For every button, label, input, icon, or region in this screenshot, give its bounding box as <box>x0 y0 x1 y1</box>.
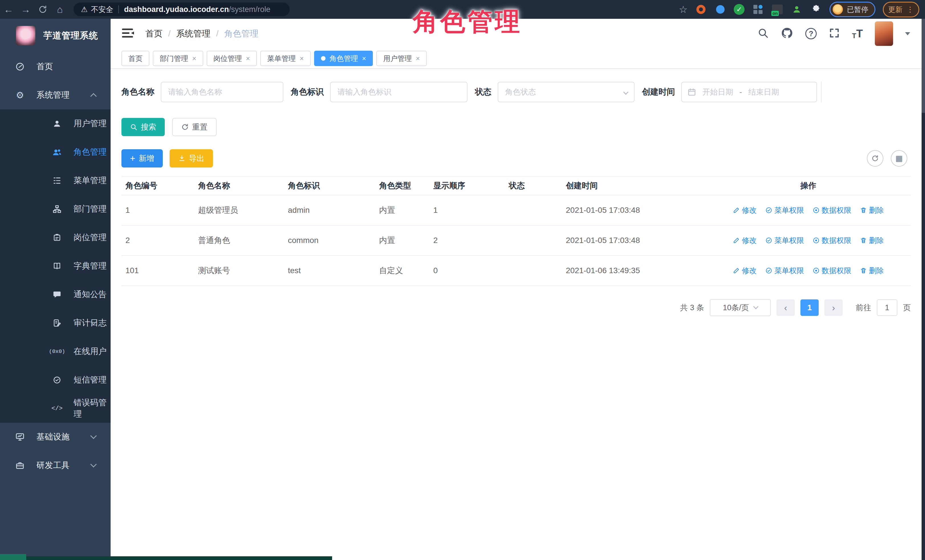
role-key-input[interactable] <box>330 82 467 102</box>
sidebar-item-online-users[interactable]: (0x0) 在线用户 <box>0 337 111 366</box>
sidebar-item-dict[interactable]: 字典管理 <box>0 252 111 280</box>
extension-icon-green-check[interactable]: ✓ <box>734 4 744 15</box>
tab-close-icon[interactable]: × <box>192 54 196 63</box>
search-form: 角色名称 角色标识 状态 角色状态 创建时间 开始日期 - 结束日期 <box>121 81 911 102</box>
sidebar-item-roles[interactable]: 角色管理 <box>0 138 111 166</box>
avatar-caret-icon[interactable] <box>905 32 910 35</box>
tab-departments[interactable]: 部门管理 × <box>153 51 203 66</box>
menu-permission-link[interactable]: 菜单权限 <box>765 266 804 276</box>
menu-permission-link[interactable]: 菜单权限 <box>765 236 804 246</box>
tab-close-icon[interactable]: × <box>362 54 366 63</box>
fullscreen-icon[interactable] <box>829 27 840 40</box>
insecure-label: 不安全 <box>91 5 113 15</box>
add-button[interactable]: + 新增 <box>121 149 163 168</box>
user-avatar[interactable] <box>875 21 893 46</box>
edit-link[interactable]: 修改 <box>733 266 757 276</box>
address-bar[interactable]: ⚠ 不安全 dashboard.yudao.iocoder.cn /system… <box>74 3 289 16</box>
data-permission-link[interactable]: 数据权限 <box>813 206 851 215</box>
cell-role-id: 101 <box>121 266 194 275</box>
menu-permission-link[interactable]: 菜单权限 <box>765 206 804 215</box>
tab-posts[interactable]: 岗位管理 × <box>207 51 257 66</box>
create-time-label: 创建时间 <box>642 86 675 98</box>
sidebar-item-sms[interactable]: 短信管理 <box>0 366 111 394</box>
breadcrumb-home[interactable]: 首页 <box>145 28 163 40</box>
tab-users[interactable]: 用户管理 × <box>376 51 427 66</box>
chat-bubble-icon <box>51 290 63 299</box>
edit-link[interactable]: 修改 <box>733 236 757 246</box>
sidebar-logo[interactable]: 芋道管理系统 <box>0 19 111 53</box>
sidebar-item-users[interactable]: 用户管理 <box>0 110 111 138</box>
tab-roles-active[interactable]: 角色管理 × <box>314 51 373 66</box>
delete-link[interactable]: 删除 <box>860 236 884 246</box>
extension-icon-blue-drop[interactable] <box>714 3 726 15</box>
form-divider <box>821 81 821 102</box>
browser-menu-icon[interactable]: ⋮ <box>907 5 914 14</box>
role-name-input[interactable] <box>161 82 283 102</box>
data-permission-link[interactable]: 数据权限 <box>813 266 851 276</box>
browser-forward-icon[interactable]: → <box>17 1 34 18</box>
next-page-button[interactable]: › <box>824 299 843 316</box>
cell-role-type: 内置 <box>375 235 429 246</box>
sidebar-item-error-codes[interactable]: </> 错误码管理 <box>0 394 111 423</box>
date-range-picker[interactable]: 开始日期 - 结束日期 <box>681 82 817 102</box>
bottom-window-edge <box>0 556 332 560</box>
export-button[interactable]: 导出 <box>170 149 213 168</box>
sidebar-item-menus[interactable]: 菜单管理 <box>0 166 111 195</box>
header-actions: ? TT <box>758 21 910 46</box>
cell-created-time: 2021-01-06 13:49:35 <box>562 266 706 275</box>
sidebar-item-posts[interactable]: 岗位管理 <box>0 223 111 252</box>
tab-home[interactable]: 首页 <box>121 51 149 66</box>
role-name-label: 角色名称 <box>121 86 155 98</box>
browser-profile-chip[interactable]: 已暂停 <box>830 2 875 17</box>
online-user-icon: (0x0) <box>51 348 63 354</box>
column-settings-button[interactable]: ▦ <box>891 150 907 167</box>
extension-icon-orange[interactable] <box>695 3 707 15</box>
cell-role-type: 自定义 <box>375 265 429 276</box>
page-number-1[interactable]: 1 <box>800 299 819 316</box>
goto-page-input[interactable] <box>877 299 897 316</box>
sidebar-item-label: 首页 <box>36 61 53 72</box>
sidebar-item-system[interactable]: ⚙ 系统管理 <box>0 81 111 110</box>
breadcrumb-system[interactable]: 系统管理 <box>176 28 210 40</box>
tab-close-icon[interactable]: × <box>300 54 304 63</box>
tab-menus[interactable]: 菜单管理 × <box>260 51 311 66</box>
page-size-select[interactable]: 10条/页 <box>710 299 771 316</box>
hamburger-icon[interactable] <box>122 28 134 39</box>
column-header: 显示顺序 <box>429 180 505 191</box>
browser-back-icon[interactable]: ← <box>0 1 17 18</box>
sidebar-item-departments[interactable]: 部门管理 <box>0 195 111 223</box>
edit-link[interactable]: 修改 <box>733 206 757 215</box>
sidebar-item-dev-tools[interactable]: 研发工具 <box>0 451 111 480</box>
font-size-icon[interactable]: TT <box>852 28 863 40</box>
tab-close-icon[interactable]: × <box>416 54 420 63</box>
add-button-label: 新增 <box>139 153 154 164</box>
plus-icon: + <box>130 154 136 163</box>
github-icon[interactable] <box>781 27 793 41</box>
data-permission-link[interactable]: 数据权限 <box>813 236 851 246</box>
browser-update-button[interactable]: 更新 ⋮ <box>883 2 919 17</box>
extension-icon-person[interactable] <box>791 3 803 15</box>
sidebar-item-notice[interactable]: 通知公告 <box>0 280 111 309</box>
sidebar-item-home[interactable]: 首页 <box>0 53 111 81</box>
status-select[interactable]: 角色状态 <box>498 82 634 102</box>
delete-link[interactable]: 删除 <box>860 266 884 276</box>
search-icon[interactable] <box>758 27 769 40</box>
extension-icon-grid[interactable] <box>752 3 764 15</box>
extensions-puzzle-icon[interactable] <box>810 3 822 15</box>
prev-page-button[interactable]: ‹ <box>776 299 795 316</box>
browser-home-icon[interactable]: ⌂ <box>51 1 68 18</box>
help-icon[interactable]: ? <box>805 28 817 39</box>
scrollbar-thumb[interactable] <box>922 19 925 113</box>
column-header: 角色类型 <box>375 180 429 191</box>
browser-reload-icon[interactable] <box>34 1 51 18</box>
delete-link[interactable]: 删除 <box>860 206 884 215</box>
bookmark-star-icon[interactable]: ☆ <box>679 4 687 15</box>
sidebar-item-infrastructure[interactable]: 基础设施 <box>0 423 111 451</box>
extension-icon-dark[interactable]: on <box>771 3 783 15</box>
page-scrollbar[interactable] <box>922 19 925 560</box>
refresh-button[interactable] <box>867 150 883 167</box>
reset-button[interactable]: 重置 <box>172 118 217 136</box>
search-button[interactable]: 搜索 <box>121 118 165 136</box>
sidebar-item-audit-log[interactable]: 审计日志 <box>0 309 111 337</box>
tab-close-icon[interactable]: × <box>246 54 250 63</box>
